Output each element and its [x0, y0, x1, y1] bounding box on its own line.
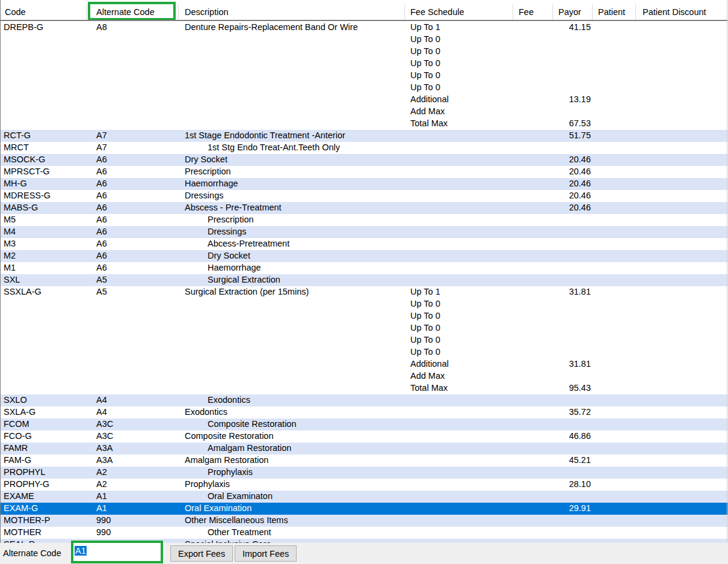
cell-fee-schedule: Up To 0: [410, 70, 440, 80]
cell-description: Other Treatment: [208, 527, 271, 537]
table-row[interactable]: MPRSCT-GA6Prescription20.46: [0, 166, 728, 178]
footer-bar: Alternate Code A1 Export Fees Import Fee…: [0, 543, 728, 564]
cell-description: Exodontics: [185, 407, 227, 417]
column-header-alternate-code[interactable]: Alternate Code: [96, 7, 155, 17]
cell-fee-schedule: Up To 0: [410, 34, 440, 44]
table-row[interactable]: MOTHER-P990Other Miscellaneous Items: [0, 515, 728, 527]
export-fees-button[interactable]: Export Fees: [170, 545, 233, 562]
table-row[interactable]: MDRESS-GA6Dressings20.46: [0, 190, 728, 202]
cell-alternate-code: A6: [96, 215, 107, 224]
table-row[interactable]: EXAM-GA1Oral Examination29.91: [0, 503, 728, 515]
alternate-code-header-highlight: Alternate Code: [88, 2, 176, 20]
table-row-line: Up To 0: [0, 346, 728, 358]
table-row[interactable]: MABS-GA6Abscess - Pre-Treatment20.46: [0, 202, 728, 214]
table-row[interactable]: DREPB-GA8Denture Repairs-Replacement Ban…: [0, 22, 728, 130]
cell-code: FCO-G: [4, 431, 32, 441]
table-row[interactable]: MOTHER990Other Treatment: [0, 527, 728, 539]
column-header-fee[interactable]: Fee: [519, 7, 534, 17]
table-row[interactable]: M5A6Prescription: [0, 214, 728, 226]
cell-payor: 31.81: [513, 359, 591, 369]
cell-alternate-code: A1: [96, 503, 107, 513]
table-row[interactable]: SSXLA-GA5Surgical Extraction (per 15mins…: [0, 286, 728, 394]
alternate-code-input[interactable]: A1: [73, 543, 161, 561]
cell-code: PROPHYL: [4, 467, 45, 477]
cell-description: Surgical Extraction: [208, 275, 280, 284]
cell-fee-schedule: Up To 1: [410, 287, 440, 296]
cell-payor: 20.46: [513, 203, 591, 212]
table-row[interactable]: SXLA-GA4Exodontics35.72: [0, 406, 728, 418]
table-row[interactable]: M2A6Dry Socket: [0, 250, 728, 262]
column-header-payor[interactable]: Payor: [558, 7, 581, 17]
table-row[interactable]: FAMRA3AAmalgam Restoration: [0, 443, 728, 455]
table-row-line: Up To 0: [0, 70, 728, 82]
table-row-line: M5A6Prescription: [0, 214, 728, 226]
cell-alternate-code: 990: [96, 527, 111, 537]
table-row-line: M1A6Haemorrhage: [0, 262, 728, 274]
cell-alternate-code: A6: [96, 251, 107, 260]
cell-alternate-code: A4: [96, 407, 107, 417]
cell-alternate-code: A6: [96, 155, 107, 164]
cell-description: Haemorrhage: [185, 179, 238, 188]
cell-alternate-code: A3C: [96, 431, 113, 441]
table-row[interactable]: PROPHY-GA2Prophylaxis28.10: [0, 479, 728, 491]
cell-alternate-code: A6: [96, 239, 107, 248]
cell-fee-schedule: Up To 0: [410, 323, 440, 333]
table-row-line: Up To 0: [0, 310, 728, 322]
table-row[interactable]: M1A6Haemorrhage: [0, 262, 728, 274]
header-separator: [513, 5, 513, 19]
table-row[interactable]: FAM-GA3AAmalgam Restoration45.21: [0, 455, 728, 467]
table-row[interactable]: MSOCK-GA6Dry Socket20.46: [0, 154, 728, 166]
cell-fee-schedule: Additional: [410, 94, 449, 104]
cell-description: Dry Socket: [208, 251, 250, 260]
cell-code: M1: [4, 263, 16, 272]
cell-alternate-code: A8: [96, 22, 107, 32]
table-row-line: Up To 0: [0, 58, 728, 70]
table-row[interactable]: M4A6Dressings: [0, 226, 728, 238]
table-row-line: Additional13.19: [0, 94, 728, 106]
column-header-fee-schedule[interactable]: Fee Schedule: [410, 7, 464, 17]
table-row[interactable]: M3A6Abcess-Pretreatment: [0, 238, 728, 250]
cell-alternate-code: A3C: [96, 419, 113, 429]
cell-description: Prescription: [208, 215, 254, 224]
column-header-description[interactable]: Description: [185, 7, 229, 17]
cell-code: MDRESS-G: [4, 191, 51, 200]
table-row-line: FAMRA3AAmalgam Restoration: [0, 443, 728, 455]
table-row[interactable]: RCT-GA71st Stage Endodontic Treatment -A…: [0, 130, 728, 142]
column-header-patient[interactable]: Patient: [598, 7, 625, 17]
cell-payor: 20.46: [513, 179, 591, 188]
cell-payor: 51.75: [513, 130, 591, 140]
cell-code: RCT-G: [4, 130, 31, 140]
header-separator: [404, 5, 405, 19]
table-row-line: Additional31.81: [0, 358, 728, 370]
table-row-line: Total Max67.53: [0, 118, 728, 130]
table-row[interactable]: SXLOA4Exodontics: [0, 394, 728, 406]
table-row[interactable]: PROPHYLA2Prophylaxis: [0, 467, 728, 479]
cell-description: 1st Stage Endodontic Treatment -Anterior: [185, 130, 345, 140]
table-row[interactable]: MH-GA6Haemorrhage20.46: [0, 178, 728, 190]
column-header-code[interactable]: Code: [5, 7, 26, 17]
cell-payor: 31.81: [513, 287, 591, 296]
import-fees-button[interactable]: Import Fees: [235, 545, 297, 562]
cell-payor: 41.15: [513, 22, 591, 32]
table-row-line: FCOMA3CComposite Restoration: [0, 418, 728, 431]
table-row[interactable]: SXLA5Surgical Extraction: [0, 274, 728, 286]
table-row[interactable]: FCO-GA3CComposite Restoration46.86: [0, 431, 728, 443]
cell-code: MOTHER: [4, 527, 42, 537]
table-row-line: DREPB-GA8Denture Repairs-Replacement Ban…: [0, 22, 728, 34]
table-row[interactable]: MRCTA71st Stg Endo Treat-Ant.Teeth Only: [0, 142, 728, 154]
cell-fee-schedule: Up To 0: [410, 82, 440, 92]
table-row[interactable]: EXAMEA1Oral Examinaton: [0, 491, 728, 503]
column-header-patient-discount[interactable]: Patient Discount: [643, 7, 706, 17]
cell-description: Surgical Extraction (per 15mins): [185, 287, 309, 296]
cell-payor: 95.43: [513, 383, 591, 393]
table-row-line: MDRESS-GA6Dressings20.46: [0, 190, 728, 202]
table-row-line: Up To 0: [0, 34, 728, 46]
cell-description: Exodontics: [208, 395, 250, 405]
table-left-edge: [0, 0, 1, 543]
fee-schedule-window: Code Alternate Code Description Fee Sche…: [0, 0, 728, 564]
cell-code: PROPHY-G: [4, 479, 49, 489]
cell-alternate-code: A6: [96, 179, 107, 188]
cell-fee-schedule: Add Max: [410, 106, 445, 116]
table-row[interactable]: FCOMA3CComposite Restoration: [0, 418, 728, 431]
alternate-code-label: Alternate Code: [3, 548, 61, 558]
